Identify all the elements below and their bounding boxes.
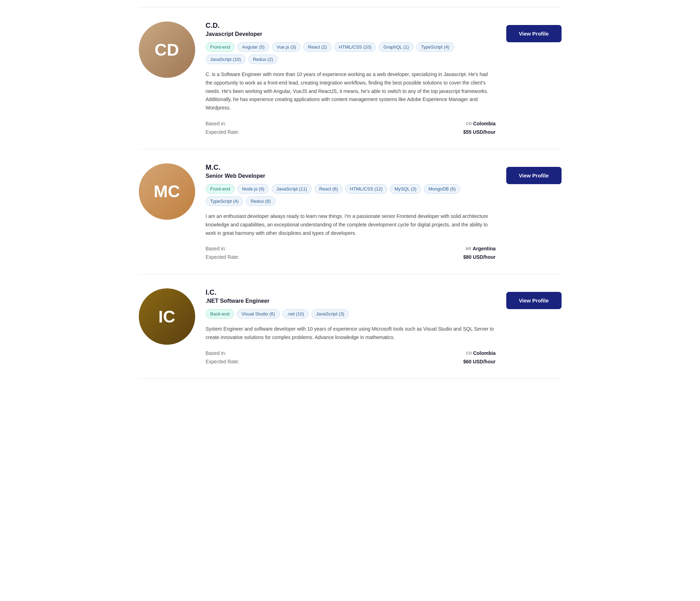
view-profile-button[interactable]: View Profile [506,292,562,309]
based-in-value: CO Colombia [466,121,495,126]
developer-meta: Based in: AR Argentina Expected Rate: $8… [206,246,496,260]
based-in-value: AR Argentina [466,246,496,251]
developer-name: I.C. [206,288,496,296]
skills-container: Back-endVisual Studio (6).net (10)JavaSc… [206,309,496,319]
developer-info-cd: C.D. Javascript Developer Front-endAngul… [206,21,496,135]
developer-bio: I am an enthusiast developer always read… [206,212,496,237]
skill-badge: Redux (2) [248,55,278,64]
based-in-row: Based in: CO Colombia [206,121,496,126]
skill-badge: TypeScript (4) [206,196,243,206]
based-in-row: Based in: CO Colombia [206,350,496,356]
country-flag: CO [466,121,472,126]
skills-container: Front-endNode.js (6)JavaScript (11)React… [206,184,496,206]
view-profile-container: View Profile [506,288,562,309]
developer-info-ic: I.C. .NET Software Engineer Back-endVisu… [206,288,496,364]
developer-bio: System Engineer and software developer w… [206,325,496,342]
skill-badge: MySQL (3) [390,184,421,194]
skill-badge: .net (10) [283,309,309,319]
avatar-container: MC [139,163,195,220]
avatar: CD [139,21,195,78]
rate-value: $60 USD/hour [463,359,496,364]
view-profile-container: View Profile [506,21,562,42]
skill-badge: TypeScript (4) [416,42,454,52]
skill-badge: Vue.js (3) [272,42,301,52]
based-in-label: Based in: [206,121,226,126]
rate-label: Expected Rate: [206,254,240,260]
based-in-label: Based in: [206,246,226,251]
country-name: Argentina [472,246,495,251]
skill-badge: GraphQL (1) [379,42,414,52]
view-profile-button[interactable]: View Profile [506,25,562,42]
developer-name: M.C. [206,163,496,171]
skill-badge: HTML/CSS (10) [334,42,376,52]
developer-list: CD C.D. Javascript Developer Front-endAn… [139,7,562,379]
rate-value: $55 USD/hour [463,129,496,135]
country-name: Colombia [473,350,496,356]
skill-badge: Back-end [206,309,234,319]
skills-container: Front-endAngular (5)Vue.js (3)React (2)H… [206,42,496,64]
country-name: Colombia [473,121,496,126]
avatar-container: IC [139,288,195,345]
developer-title: Javascript Developer [206,31,496,37]
developer-card-mc: MC M.C. Senior Web Developer Front-endNo… [139,149,562,274]
avatar: MC [139,163,195,220]
developer-name: C.D. [206,21,496,30]
skill-badge: Front-end [206,42,235,52]
based-in-row: Based in: AR Argentina [206,246,496,251]
skill-badge: Front-end [206,184,235,194]
developer-card-ic: IC I.C. .NET Software Engineer Back-endV… [139,274,562,379]
skill-badge: React (6) [315,184,342,194]
skill-badge: Redux (6) [246,196,275,206]
avatar-placeholder: MC [139,163,195,220]
avatar-container: CD [139,21,195,78]
rate-row: Expected Rate: $60 USD/hour [206,359,496,364]
developer-title: Senior Web Developer [206,173,496,179]
developer-title: .NET Software Engineer [206,298,496,304]
view-profile-container: View Profile [506,163,562,184]
skill-badge: MongoDB (6) [424,184,460,194]
skill-badge: JavaScript (11) [272,184,311,194]
skill-badge: Angular (5) [237,42,269,52]
developer-info-mc: M.C. Senior Web Developer Front-endNode.… [206,163,496,260]
based-in-value: CO Colombia [466,350,495,356]
developer-meta: Based in: CO Colombia Expected Rate: $55… [206,121,496,135]
based-in-label: Based in: [206,350,226,356]
country-flag: CO [466,351,472,355]
rate-label: Expected Rate: [206,359,240,364]
rate-row: Expected Rate: $55 USD/hour [206,129,496,135]
rate-value: $80 USD/hour [463,254,496,260]
developer-meta: Based in: CO Colombia Expected Rate: $60… [206,350,496,364]
skill-badge: JavaScript (10) [206,55,246,64]
view-profile-button[interactable]: View Profile [506,167,562,184]
skill-badge: Node.js (6) [237,184,269,194]
skill-badge: HTML/CSS (12) [345,184,387,194]
developer-bio: C. is a Software Engineer with more than… [206,70,496,112]
skill-badge: JavaScript (3) [311,309,349,319]
skill-badge: Visual Studio (6) [237,309,279,319]
skill-badge: React (2) [303,42,331,52]
country-flag: AR [466,246,471,251]
avatar: IC [139,288,195,345]
rate-label: Expected Rate: [206,129,240,135]
avatar-placeholder: CD [139,21,195,78]
developer-card-cd: CD C.D. Javascript Developer Front-endAn… [139,7,562,149]
avatar-placeholder: IC [139,288,195,345]
rate-row: Expected Rate: $80 USD/hour [206,254,496,260]
